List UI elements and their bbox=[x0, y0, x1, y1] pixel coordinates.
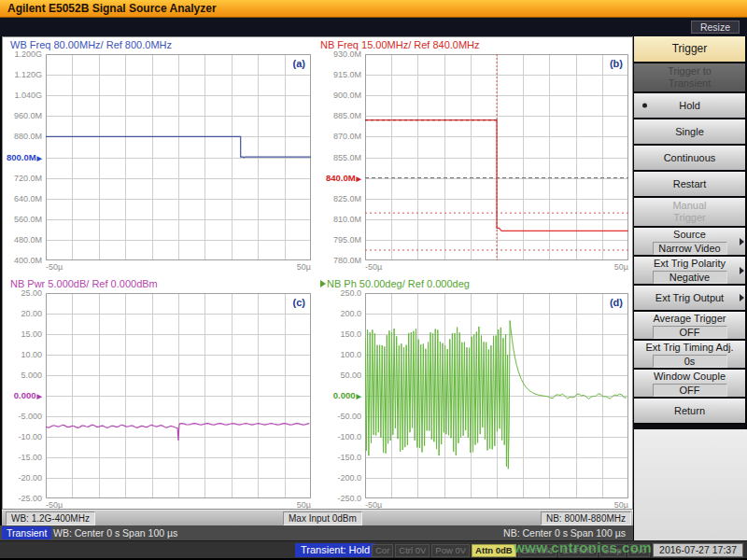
window-title-bar: Agilent E5052B Signal Source Analyzer bbox=[0, 0, 747, 18]
band-status-bar: WB: 1.2G-400MHz Max Input 0dBm NB: 800M-… bbox=[2, 510, 633, 525]
softkey-value: 0s bbox=[653, 355, 727, 368]
instrument-status-bar: Transient: Hold CorCtrl 0VPow 0VAttn 0dB… bbox=[0, 540, 747, 558]
softkey-menu: TriggerTrigger toTransientHoldSingleCont… bbox=[634, 36, 745, 429]
softkey-source[interactable]: SourceNarrow Video bbox=[634, 228, 745, 257]
indicator-extref2: ExtRef2 bbox=[558, 544, 598, 557]
softkey-trigger[interactable]: Trigger bbox=[634, 36, 745, 63]
y-tick-label: -25.00 bbox=[3, 494, 42, 503]
plot-c-ref-level-label: 0.000▶ bbox=[3, 391, 42, 400]
y-tick-label: 400.0M bbox=[3, 256, 42, 265]
plot-c-grid bbox=[46, 293, 311, 498]
trace-c bbox=[46, 424, 309, 441]
y-tick-label: 810.0M bbox=[322, 215, 361, 224]
plot-d-grid bbox=[365, 293, 628, 498]
y-tick-label: 780.0M bbox=[322, 256, 361, 265]
y-tick-label: -20.00 bbox=[3, 473, 42, 483]
softkey-hold[interactable]: Hold bbox=[634, 93, 745, 119]
y-tick-label: 100.0 bbox=[322, 350, 361, 359]
indicator-pow-0v: Pow 0V bbox=[431, 544, 470, 557]
softkey-value: OFF bbox=[653, 384, 727, 397]
plot-panel-a[interactable]: WB Freq 80.00MHz/ Ref 800.0MHz1.200G1.12… bbox=[3, 37, 315, 274]
indicator-ctrl-0v: Ctrl 0V bbox=[395, 544, 430, 557]
submenu-arrow-icon bbox=[740, 294, 744, 301]
window-title: Agilent E5052B Signal Source Analyzer bbox=[7, 2, 217, 15]
y-tick-label: 25.00 bbox=[3, 288, 42, 298]
y-tick-label: -10.00 bbox=[3, 432, 42, 441]
instrument-screen: Agilent E5052B Signal Source Analyzer Re… bbox=[0, 0, 747, 560]
indicator-svc: Svc bbox=[627, 544, 650, 557]
plot-panel-b[interactable]: NB Freq 15.00MHz/ Ref 840.0MHz930.0M915.… bbox=[317, 37, 632, 274]
y-tick-label: 200.0 bbox=[322, 309, 361, 318]
wb-sweep-readout: WB: Center 0 s Span 100 µs bbox=[53, 526, 177, 539]
y-tick-label: 560.0M bbox=[3, 215, 42, 224]
nb-band-readout: NB: 800M-880MHz bbox=[541, 511, 631, 525]
x-tick-right: 50µ bbox=[283, 262, 311, 272]
datetime-readout: 2016-07-27 17:37 bbox=[653, 543, 743, 557]
y-tick-label: 1.200G bbox=[3, 49, 42, 59]
y-tick-label: -250.0 bbox=[322, 494, 361, 503]
softkey-ext-trig-polarity[interactable]: Ext Trig PolarityNegative bbox=[634, 257, 745, 286]
plot-screen: WB Freq 80.00MHz/ Ref 800.0MHz1.200G1.12… bbox=[2, 36, 633, 510]
max-input-readout: Max Input 0dBm bbox=[283, 511, 362, 525]
trigger-status-badge: Transient: Hold bbox=[295, 543, 375, 557]
softkey-return[interactable]: Return bbox=[634, 399, 745, 425]
ref-marker-icon: ▶ bbox=[37, 155, 42, 161]
y-tick-label: 825.0M bbox=[322, 194, 361, 203]
softkey-window-couple[interactable]: Window CoupleOFF bbox=[634, 370, 745, 399]
status-indicators: CorCtrl 0VPow 0VAttn 0dBExtRef1ExtRef2St… bbox=[372, 544, 650, 557]
submenu-arrow-icon bbox=[740, 238, 744, 245]
x-tick-left: -50µ bbox=[365, 262, 382, 272]
y-tick-label: 10.00 bbox=[3, 350, 42, 359]
wb-band-readout: WB: 1.2G-400MHz bbox=[6, 511, 95, 525]
sweep-status-bar: Transient WB: Center 0 s Span 100 µs NB:… bbox=[0, 525, 633, 540]
y-tick-label: 870.0M bbox=[322, 132, 361, 141]
plot-b-ref-level-label: 840.0M▶ bbox=[322, 174, 361, 183]
ref-marker-icon: ▶ bbox=[357, 175, 361, 182]
y-tick-label: 855.0M bbox=[322, 153, 361, 162]
y-tick-label: -200.0 bbox=[322, 473, 361, 483]
plot-panel-d[interactable]: NB Ph 50.00deg/ Ref 0.000deg250.0200.015… bbox=[317, 276, 632, 510]
y-tick-label: -5.000 bbox=[3, 412, 42, 421]
y-tick-label: -150.0 bbox=[322, 453, 361, 462]
softkey-average-trigger[interactable]: Average TriggerOFF bbox=[634, 312, 745, 341]
softkey-value: OFF bbox=[653, 326, 727, 339]
indicator-extref1: ExtRef1 bbox=[518, 544, 557, 557]
nb-sweep-readout: NB: Center 0 s Span 100 µs bbox=[503, 526, 626, 539]
y-tick-label: 15.00 bbox=[3, 329, 42, 339]
y-tick-label: 250.0 bbox=[322, 288, 361, 298]
resize-button[interactable]: Resize bbox=[691, 21, 740, 34]
softkey-restart[interactable]: Restart bbox=[634, 172, 745, 198]
y-tick-label: 640.0M bbox=[3, 194, 42, 203]
y-tick-label: 880.0M bbox=[3, 132, 42, 141]
plot-panel-c[interactable]: NB Pwr 5.000dB/ Ref 0.000dBm25.0020.0015… bbox=[3, 276, 315, 510]
softkey-menu-blank-area bbox=[634, 429, 747, 540]
y-tick-label: 480.0M bbox=[3, 235, 42, 245]
softkey-ext-trig-timing-adj-[interactable]: Ext Trig Timing Adj.0s bbox=[634, 341, 745, 370]
indicator-cor: Cor bbox=[372, 544, 393, 557]
softkey-value: Negative bbox=[653, 271, 727, 284]
y-tick-label: 5.000 bbox=[3, 371, 42, 380]
top-strip bbox=[0, 18, 747, 36]
indicator-attn-0db: Attn 0dB bbox=[472, 544, 516, 557]
softkey-value: Narrow Video bbox=[653, 242, 727, 255]
y-tick-label: -15.00 bbox=[3, 453, 42, 462]
y-tick-label: 795.0M bbox=[322, 235, 361, 245]
y-tick-label: 50.00 bbox=[322, 371, 361, 380]
x-tick-left: -50µ bbox=[46, 262, 63, 272]
submenu-arrow-icon bbox=[740, 267, 744, 274]
x-tick-right: 50µ bbox=[283, 500, 311, 510]
y-tick-label: 960.0M bbox=[3, 111, 42, 120]
indicator-stop: Stop bbox=[599, 544, 626, 557]
y-tick-label: 885.0M bbox=[322, 111, 361, 120]
y-tick-label: 720.0M bbox=[3, 174, 42, 183]
selected-bullet-icon bbox=[642, 104, 647, 108]
active-trace-icon bbox=[320, 280, 326, 287]
y-tick-label: -50.00 bbox=[322, 412, 361, 421]
softkey-continuous[interactable]: Continuous bbox=[634, 146, 745, 172]
plot-b-grid bbox=[365, 54, 628, 260]
plot-a-grid bbox=[46, 54, 311, 260]
softkey-single[interactable]: Single bbox=[634, 119, 745, 146]
softkey-trigger-to: Trigger toTransient bbox=[634, 63, 745, 93]
softkey-ext-trig-output[interactable]: Ext Trig Output bbox=[634, 286, 745, 312]
x-tick-left: -50µ bbox=[365, 500, 382, 510]
